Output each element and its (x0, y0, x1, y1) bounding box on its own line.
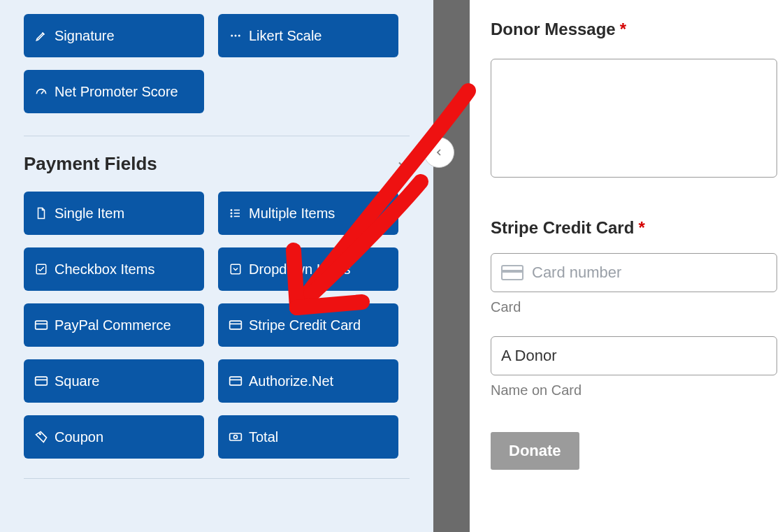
card-number-placeholder: Card number (532, 264, 621, 282)
svg-rect-20 (230, 433, 242, 440)
ticket-icon (34, 429, 49, 445)
field-coupon-button[interactable]: Coupon (24, 415, 204, 459)
field-multiple-items-button[interactable]: Multiple Items (218, 192, 398, 235)
field-label: Net Promoter Score (55, 84, 178, 100)
fields-sidebar: Signature Likert Scale Net Promoter Scor… (0, 0, 433, 532)
card-sublabel: Card (491, 299, 780, 315)
required-mark: * (638, 218, 644, 237)
cash-icon (228, 429, 243, 445)
svg-rect-13 (230, 321, 242, 329)
field-single-item-button[interactable]: Single Item (24, 192, 204, 235)
donor-message-textarea[interactable] (491, 59, 777, 178)
field-stripe-credit-card-button[interactable]: Stripe Credit Card (218, 303, 398, 347)
stripe-label: Stripe Credit Card* (491, 218, 780, 238)
card-icon (228, 317, 243, 333)
field-label: Authorize.Net (249, 373, 333, 389)
field-label: Single Item (55, 206, 124, 222)
panel-divider-strip (433, 0, 470, 532)
pencil-icon (34, 28, 49, 43)
field-signature-button[interactable]: Signature (24, 14, 204, 57)
donate-button[interactable]: Donate (491, 432, 579, 470)
field-label: Square (55, 373, 100, 389)
field-label: Multiple Items (249, 206, 335, 222)
checkbox-icon (34, 261, 49, 277)
dropdown-icon (228, 261, 243, 277)
field-likert-button[interactable]: Likert Scale (218, 14, 398, 57)
donor-message-label: Donor Message* (491, 20, 780, 39)
field-label: Checkbox Items (55, 261, 154, 278)
form-preview: Donor Message* Stripe Credit Card* Card … (470, 0, 780, 532)
gauge-icon (34, 84, 49, 99)
collapse-sidebar-button[interactable] (424, 137, 454, 168)
svg-point-2 (238, 35, 240, 37)
field-authorize-net-button[interactable]: Authorize.Net (218, 359, 398, 403)
card-number-input[interactable]: Card number (491, 253, 777, 292)
svg-point-6 (231, 210, 232, 211)
name-on-card-input[interactable]: A Donor (491, 336, 777, 375)
field-label: Coupon (55, 429, 103, 445)
name-on-card-sublabel: Name on Card (491, 382, 780, 398)
section-divider (24, 478, 410, 479)
name-on-card-value: A Donor (501, 347, 557, 365)
field-square-button[interactable]: Square (24, 359, 204, 403)
field-total-button[interactable]: Total (218, 415, 398, 459)
svg-rect-17 (230, 377, 242, 385)
svg-rect-11 (36, 321, 48, 329)
donate-button-label: Donate (509, 442, 561, 460)
field-label: Total (249, 429, 278, 445)
field-label: Likert Scale (249, 28, 322, 44)
field-label: Dropdown Items (249, 261, 351, 278)
svg-point-1 (235, 35, 237, 37)
field-label: Stripe Credit Card (249, 317, 361, 333)
svg-rect-10 (231, 264, 240, 274)
svg-point-7 (231, 213, 232, 214)
field-label: PayPal Commerce (55, 317, 171, 333)
card-icon (501, 265, 523, 280)
chevron-down-icon (396, 157, 410, 171)
required-mark: * (620, 20, 626, 38)
payment-fields-header[interactable]: Payment Fields (7, 136, 426, 179)
svg-point-19 (40, 433, 41, 435)
field-label: Signature (55, 28, 115, 44)
field-checkbox-items-button[interactable]: Checkbox Items (24, 247, 204, 291)
field-paypal-commerce-button[interactable]: PayPal Commerce (24, 303, 204, 347)
card-icon (228, 373, 243, 389)
svg-point-21 (234, 436, 238, 439)
field-nps-button[interactable]: Net Promoter Score (24, 70, 204, 113)
svg-rect-15 (36, 377, 48, 385)
section-title: Payment Fields (24, 153, 157, 175)
field-dropdown-items-button[interactable]: Dropdown Items (218, 247, 398, 291)
card-icon (34, 317, 49, 333)
card-icon (34, 373, 49, 389)
file-icon (34, 206, 49, 221)
dots-icon (228, 28, 243, 43)
svg-point-8 (231, 216, 232, 217)
list-icon (228, 206, 243, 221)
svg-point-0 (231, 35, 233, 37)
